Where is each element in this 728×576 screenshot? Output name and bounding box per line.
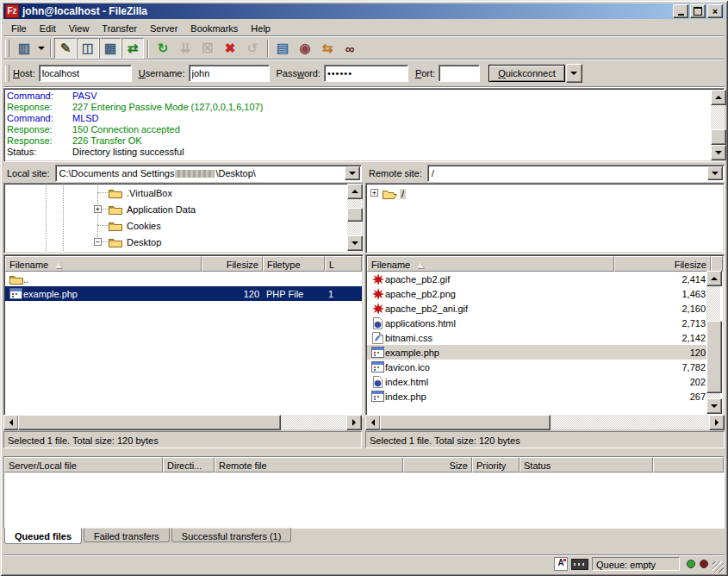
column-header-filename[interactable]: Filename	[367, 256, 614, 272]
scroll-down-button[interactable]	[347, 235, 363, 251]
toggle-local-tree-button[interactable]: ◫	[77, 38, 99, 59]
arrow-right-icon	[352, 419, 356, 426]
queue-column-remote-file[interactable]: Remote file	[215, 457, 403, 473]
file-row-apache-pb2-png[interactable]: apache_pb2.png1,463	[367, 286, 709, 301]
host-input[interactable]	[39, 65, 132, 82]
file-row-applications-html[interactable]: applications.html2,713	[367, 316, 709, 330]
queue-column-status[interactable]: Status	[520, 457, 653, 473]
refresh-button[interactable]: ↻	[152, 38, 174, 59]
local-site-combobox[interactable]: C:\Documents and Settings\Desktop\	[55, 165, 362, 182]
local-list-hscrollbar[interactable]	[3, 415, 362, 429]
expand-icon[interactable]: +	[370, 189, 378, 197]
scrollbar-thumb[interactable]	[18, 415, 281, 430]
speed-limit-icon[interactable]	[571, 559, 588, 570]
local-site-dropdown-button[interactable]	[345, 166, 360, 180]
column-header-filesize[interactable]: Filesize	[202, 256, 263, 272]
remote-site-combobox[interactable]: /	[427, 165, 725, 182]
file-row-index-php[interactable]: index.php267	[367, 389, 709, 404]
remote-list-scrollbar[interactable]	[706, 271, 720, 414]
scroll-down-button[interactable]	[706, 398, 722, 414]
filter-button[interactable]: ▤	[271, 38, 294, 59]
menu-bookmarks[interactable]: Bookmarks	[184, 22, 245, 35]
queue-column-directi-[interactable]: Directi...	[163, 457, 215, 473]
quickconnect-button[interactable]: Quickconnect	[488, 65, 565, 82]
file-row-apache-pb2-ani-gif[interactable]: apache_pb2_ani.gif2,160	[367, 301, 709, 316]
menu-server[interactable]: Server	[144, 22, 184, 35]
site-manager-dropdown-button[interactable]	[35, 39, 47, 58]
column-header-filename[interactable]: Filename	[5, 256, 202, 272]
disconnect-button[interactable]: ✖	[219, 38, 241, 59]
maximize-button[interactable]	[690, 4, 706, 18]
column-header-l[interactable]: L	[325, 256, 362, 272]
compare-button[interactable]: ◉	[294, 38, 316, 59]
scroll-up-button[interactable]	[706, 271, 722, 286]
toggle-remote-tree-button[interactable]: ▦	[99, 38, 121, 59]
expand-icon[interactable]: +	[94, 205, 102, 213]
log-line: Response:227 Entering Passive Mode (127,…	[7, 102, 708, 113]
file-row-bitnami-css[interactable]: bitnami.css2,142	[367, 330, 709, 345]
toolbar-grip[interactable]	[5, 65, 9, 82]
tab-queued-files[interactable]: Queued files	[4, 528, 82, 544]
scroll-right-button[interactable]	[709, 415, 725, 430]
quickconnect-dropdown-button[interactable]	[566, 64, 582, 83]
menu-file[interactable]: File	[5, 22, 34, 35]
tree-item-desktop[interactable]: Desktop	[108, 235, 163, 249]
cell-filesize: 2,160	[613, 304, 709, 314]
collapse-icon[interactable]: −	[94, 238, 102, 246]
queue-column-size[interactable]: Size	[403, 457, 472, 473]
cell-filename: apache_pb2_ani.gif	[367, 303, 613, 315]
tree-item--virtualbox[interactable]: .VirtualBox	[108, 185, 174, 200]
scrollbar-thumb[interactable]	[711, 129, 726, 145]
tree-item-cookies[interactable]: Cookies	[108, 218, 163, 233]
cell-filename: example.php	[367, 347, 613, 359]
remote-site-label: Remote site:	[365, 165, 427, 182]
local-tree-scrollbar[interactable]	[347, 184, 361, 251]
scrollbar-thumb[interactable]	[347, 208, 363, 222]
file-row--[interactable]: ..	[5, 272, 362, 286]
file-row-example-php[interactable]: example.php120	[367, 345, 709, 360]
sync-browse-button[interactable]: ⇆	[316, 38, 339, 59]
find-button[interactable]: ∞	[339, 38, 361, 59]
menu-edit[interactable]: Edit	[34, 22, 63, 35]
column-header-filetype[interactable]: Filetype	[263, 256, 325, 272]
port-input[interactable]	[439, 65, 480, 82]
close-button[interactable]: ×	[707, 4, 723, 18]
toolbar-grip[interactable]	[5, 40, 9, 57]
file-row-favicon-ico[interactable]: favicon.ico7,782	[367, 360, 709, 374]
scroll-left-button[interactable]	[3, 415, 19, 430]
tab-successful-transfers-1-[interactable]: Successful transfers (1)	[171, 528, 292, 542]
log-scrollbar[interactable]	[711, 90, 725, 160]
scrollbar-thumb[interactable]	[380, 415, 551, 430]
toggle-queue-button[interactable]: ⇄	[121, 38, 144, 59]
scroll-left-button[interactable]	[365, 415, 381, 430]
scroll-down-button[interactable]	[711, 145, 726, 160]
menu-transfer[interactable]: Transfer	[96, 22, 144, 35]
scroll-right-button[interactable]	[346, 415, 362, 430]
minimize-button[interactable]	[673, 4, 688, 18]
queue-column-server-local-file[interactable]: Server/Local file	[4, 457, 163, 473]
column-header-filesize[interactable]: Filesize	[614, 256, 711, 272]
tree-item-root[interactable]: /	[383, 186, 406, 201]
toggle-log-button[interactable]: ✎	[54, 38, 77, 59]
scroll-up-button[interactable]	[711, 90, 726, 105]
menu-view[interactable]: View	[63, 22, 96, 35]
file-row-example-php[interactable]: example.php120PHP File1	[5, 286, 362, 301]
scrollbar-thumb[interactable]	[706, 321, 722, 393]
queue-column-priority[interactable]: Priority	[472, 457, 520, 473]
password-input[interactable]	[324, 65, 408, 82]
image-icon	[370, 303, 385, 315]
username-input[interactable]	[189, 65, 270, 82]
scroll-up-button[interactable]	[347, 184, 363, 199]
sort-ascending-icon	[55, 262, 62, 268]
site-manager-button[interactable]: ▥	[13, 38, 35, 59]
tab-failed-transfers[interactable]: Failed transfers	[84, 528, 170, 542]
file-row-apache-pb2-gif[interactable]: apache_pb2.gif2,414	[367, 272, 709, 286]
tree-item-application-data[interactable]: Application Data	[108, 202, 197, 216]
menu-help[interactable]: Help	[245, 22, 277, 35]
file-row-index-html[interactable]: index.html202	[367, 374, 709, 389]
log-label: Status:	[7, 147, 72, 158]
resize-grip[interactable]	[712, 561, 724, 573]
remote-list-hscrollbar[interactable]	[365, 415, 725, 429]
remote-site-dropdown-button[interactable]	[707, 166, 723, 180]
data-type-icon[interactable]: A	[554, 557, 568, 571]
